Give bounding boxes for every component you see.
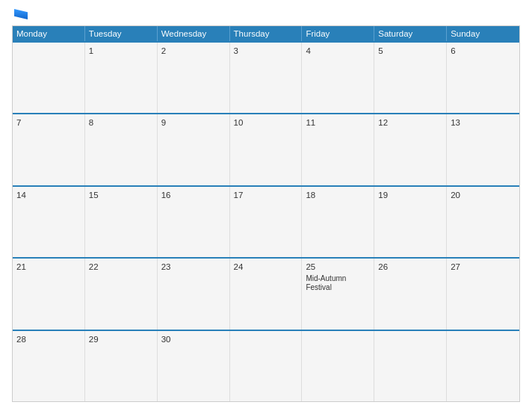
day-cell: 10 (230, 114, 303, 185)
day-cell: 17 (230, 187, 303, 257)
day-number: 28 (16, 334, 81, 345)
day-cell (230, 331, 303, 401)
day-number: 29 (89, 334, 153, 345)
day-number: 17 (234, 190, 298, 201)
week-row-4: 2122232425Mid-Autumn Festival2627 (13, 257, 519, 329)
day-cell (302, 331, 374, 401)
day-cell (447, 331, 519, 401)
day-headers-row: MondayTuesdayWednesdayThursdayFridaySatu… (13, 26, 519, 41)
day-number: 5 (378, 46, 442, 57)
day-cell: 16 (158, 187, 230, 257)
day-cell (374, 331, 447, 401)
day-number: 12 (378, 117, 442, 129)
day-cell: 5 (374, 43, 447, 113)
day-cell (13, 43, 85, 113)
day-number: 9 (161, 117, 226, 129)
day-cell: 3 (230, 43, 303, 113)
day-number: 16 (161, 190, 226, 201)
day-cell: 22 (85, 259, 158, 329)
day-cell: 26 (374, 259, 447, 329)
day-cell: 8 (85, 114, 158, 185)
calendar-page: MondayTuesdayWednesdayThursdayFridaySatu… (0, 0, 532, 411)
day-header-tuesday: Tuesday (85, 26, 158, 41)
logo-flag-icon (14, 9, 28, 19)
day-number: 22 (89, 262, 153, 273)
day-number: 8 (89, 117, 153, 129)
day-header-saturday: Saturday (374, 26, 447, 41)
day-number: 23 (161, 262, 226, 273)
day-cell: 9 (158, 114, 230, 185)
day-number: 27 (451, 262, 516, 273)
day-header-sunday: Sunday (447, 26, 519, 41)
day-number: 3 (234, 46, 298, 57)
day-number: 19 (378, 190, 442, 201)
day-cell: 20 (447, 187, 519, 257)
day-number: 7 (16, 117, 81, 129)
day-header-friday: Friday (302, 26, 374, 41)
day-header-wednesday: Wednesday (158, 26, 230, 41)
day-cell: 7 (13, 114, 85, 185)
week-row-2: 78910111213 (13, 113, 519, 185)
day-cell: 1 (85, 43, 158, 113)
day-number: 11 (306, 117, 370, 129)
day-number: 4 (306, 46, 370, 57)
week-row-5: 282930 (13, 330, 519, 401)
day-number: 20 (451, 190, 516, 201)
week-row-3: 14151617181920 (13, 185, 519, 257)
day-cell: 11 (302, 114, 374, 185)
day-cell: 2 (158, 43, 230, 113)
day-number: 6 (451, 46, 516, 57)
logo-blue-text (12, 9, 28, 19)
day-cell: 6 (447, 43, 519, 113)
day-cell: 29 (85, 331, 158, 401)
day-number: 18 (306, 190, 370, 201)
day-cell: 24 (230, 259, 303, 329)
day-cell: 21 (13, 259, 85, 329)
logo (12, 9, 28, 19)
day-header-monday: Monday (13, 26, 85, 41)
day-cell: 30 (158, 331, 230, 401)
calendar-grid: MondayTuesdayWednesdayThursdayFridaySatu… (12, 25, 520, 402)
day-number: 2 (161, 46, 226, 57)
week-row-1: 123456 (13, 41, 519, 113)
day-number: 26 (378, 262, 442, 273)
day-cell: 23 (158, 259, 230, 329)
day-number: 13 (451, 117, 516, 129)
holiday-label: Mid-Autumn Festival (306, 274, 370, 292)
day-number: 10 (234, 117, 298, 129)
day-cell: 28 (13, 331, 85, 401)
day-number: 24 (234, 262, 298, 273)
day-number: 25 (306, 262, 370, 273)
day-cell: 15 (85, 187, 158, 257)
day-number: 1 (89, 46, 153, 57)
day-cell: 13 (447, 114, 519, 185)
day-cell: 4 (302, 43, 374, 113)
day-cell: 12 (374, 114, 447, 185)
header (12, 9, 520, 19)
day-cell: 14 (13, 187, 85, 257)
day-header-thursday: Thursday (230, 26, 303, 41)
day-number: 21 (16, 262, 81, 273)
day-number: 15 (89, 190, 153, 201)
day-cell: 27 (447, 259, 519, 329)
day-cell: 19 (374, 187, 447, 257)
day-cell: 25Mid-Autumn Festival (302, 259, 374, 329)
weeks-container: 1234567891011121314151617181920212223242… (13, 41, 519, 401)
day-number: 14 (16, 190, 81, 201)
day-cell: 18 (302, 187, 374, 257)
day-number: 30 (161, 334, 226, 345)
